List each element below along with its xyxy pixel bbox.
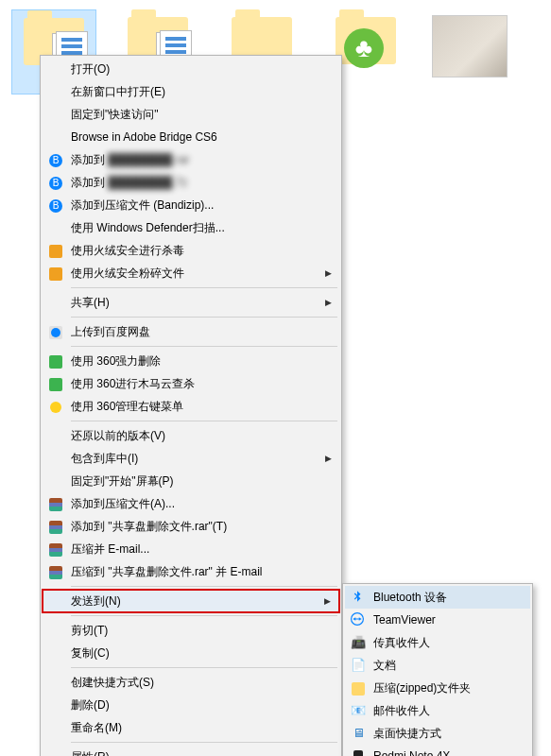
menu-pin-start[interactable]: 固定到"开始"屏幕(P) — [43, 470, 339, 492]
submenu-documents-label: 文档 — [373, 658, 396, 674]
desktop-icon: 🖥 — [351, 726, 366, 741]
menu-add-to-1[interactable]: B 添加到 ████████.rar — [43, 148, 339, 171]
submenu-redmi[interactable]: Redmi Note 4X — [345, 745, 530, 756]
menu-rar-email-label: 压缩并 E-mail... — [71, 541, 149, 558]
menu-rar-email2[interactable]: 压缩到 "共享盘删除文件.rar" 并 E-mail — [43, 560, 339, 583]
menu-send-to-label: 发送到(N) — [71, 593, 121, 610]
menu-cut-label: 剪切(T) — [71, 623, 108, 639]
submenu-teamviewer[interactable]: TeamViewer — [345, 609, 530, 631]
submenu-documents[interactable]: 📄 文档 — [345, 654, 530, 677]
winrar-icon — [48, 496, 63, 511]
menu-copy-label: 复制(C) — [71, 645, 110, 662]
menu-properties[interactable]: 属性(R) — [43, 746, 339, 756]
menu-360-delete-label: 使用 360强力删除 — [71, 353, 161, 369]
menu-rar-add-t[interactable]: 添加到 "共享盘删除文件.rar"(T) — [43, 515, 339, 538]
menu-restore-previous-label: 还原以前的版本(V) — [71, 428, 165, 444]
menu-360-scan[interactable]: 使用 360进行木马云查杀 — [43, 372, 339, 395]
winrar-icon — [48, 541, 63, 557]
menu-defender-scan-label: 使用 Windows Defender扫描... — [71, 220, 225, 236]
photo-thumbnail[interactable] — [427, 9, 512, 94]
menu-share-label: 共享(H) — [71, 295, 110, 311]
menu-rar-email2-label: 压缩到 "共享盘删除文件.rar" 并 E-mail — [71, 564, 263, 580]
menu-defender-scan[interactable]: 使用 Windows Defender扫描... — [43, 216, 339, 239]
huorong-icon — [48, 243, 63, 258]
bandizip-icon: B — [48, 198, 63, 213]
menu-rename-label: 重命名(M) — [71, 720, 122, 736]
submenu-desktop-shortcut-label: 桌面快捷方式 — [373, 726, 441, 742]
baidu-cloud-icon — [48, 324, 63, 339]
360-ball-icon — [48, 399, 63, 414]
mail-icon: 📧 — [351, 703, 366, 718]
menu-rar-add-a[interactable]: 添加到压缩文件(A)... — [43, 492, 339, 515]
menu-360-context-label: 使用 360管理右键菜单 — [71, 399, 183, 415]
menu-restore-previous[interactable]: 还原以前的版本(V) — [43, 424, 339, 447]
360-shield-icon — [48, 376, 63, 391]
menu-360-delete[interactable]: 使用 360强力删除 — [43, 350, 339, 372]
menu-add-to-1-label: 添加到 ████████.rar — [71, 152, 189, 168]
submenu-fax-label: 传真收件人 — [373, 635, 430, 651]
submenu-zipped[interactable]: 压缩(zipped)文件夹 — [345, 677, 530, 699]
phone-icon — [351, 748, 366, 756]
menu-separator — [71, 667, 337, 668]
menu-copy[interactable]: 复制(C) — [43, 642, 339, 664]
menu-open[interactable]: 打开(O) — [43, 58, 339, 80]
fax-icon: 📠 — [351, 635, 366, 650]
submenu-redmi-label: Redmi Note 4X — [373, 749, 450, 756]
menu-rar-email[interactable]: 压缩并 E-mail... — [43, 538, 339, 560]
context-menu-main: 打开(O) 在新窗口中打开(E) 固定到"快速访问" Browse in Ado… — [40, 55, 342, 756]
submenu-desktop-shortcut[interactable]: 🖥 桌面快捷方式 — [345, 722, 530, 745]
green-badge-icon: ♣ — [344, 28, 384, 68]
winrar-icon — [48, 564, 63, 579]
submenu-zipped-label: 压缩(zipped)文件夹 — [373, 680, 471, 696]
menu-huorong-shred[interactable]: 使用火绒安全粉碎文件 ▶ — [43, 262, 339, 284]
chevron-right-icon: ▶ — [324, 596, 331, 606]
menu-separator — [71, 615, 337, 616]
desktop-background: ♣ 打开(O) 在新窗口中打开(E) 固定到"快速访问" Browse in A… — [0, 0, 551, 756]
menu-huorong-scan[interactable]: 使用火绒安全进行杀毒 — [43, 239, 339, 262]
menu-open-new-window[interactable]: 在新窗口中打开(E) — [43, 80, 339, 103]
huorong-icon — [48, 266, 63, 281]
menu-cut[interactable]: 剪切(T) — [43, 619, 339, 642]
chevron-right-icon: ▶ — [325, 298, 332, 307]
menu-properties-label: 属性(R) — [71, 749, 110, 757]
menu-upload-baidu-label: 上传到百度网盘 — [71, 324, 150, 340]
menu-browse-bridge[interactable]: Browse in Adobe Bridge CS6 — [43, 126, 339, 148]
menu-delete[interactable]: 删除(D) — [43, 694, 339, 716]
winrar-icon — [48, 519, 63, 534]
bandizip-icon: B — [48, 152, 63, 167]
menu-rename[interactable]: 重命名(M) — [43, 716, 339, 739]
menu-pin-quick-access[interactable]: 固定到"快速访问" — [43, 103, 339, 126]
menu-pin-start-label: 固定到"开始"屏幕(P) — [71, 473, 174, 490]
submenu-mail[interactable]: 📧 邮件收件人 — [345, 699, 530, 722]
menu-rar-add-a-label: 添加到压缩文件(A)... — [71, 496, 175, 512]
menu-rar-add-t-label: 添加到 "共享盘删除文件.rar"(T) — [71, 519, 227, 535]
menu-add-to-bandizip[interactable]: B 添加到压缩文件 (Bandizip)... — [43, 194, 339, 216]
menu-360-context[interactable]: 使用 360管理右键菜单 — [43, 395, 339, 418]
menu-send-to[interactable]: 发送到(N) ▶ — [42, 589, 340, 613]
bandizip-icon: B — [48, 175, 63, 190]
chevron-right-icon: ▶ — [325, 454, 332, 463]
menu-upload-baidu[interactable]: 上传到百度网盘 — [43, 320, 339, 343]
menu-separator — [71, 287, 337, 288]
menu-create-shortcut[interactable]: 创建快捷方式(S) — [43, 671, 339, 694]
menu-share[interactable]: 共享(H) ▶ — [43, 291, 339, 314]
document-icon: 📄 — [351, 658, 366, 673]
submenu-fax[interactable]: 📠 传真收件人 — [345, 631, 530, 654]
menu-include-in-library-label: 包含到库中(I) — [71, 451, 138, 467]
teamviewer-icon — [351, 612, 366, 627]
menu-open-new-window-label: 在新窗口中打开(E) — [71, 84, 165, 100]
menu-separator — [71, 346, 337, 347]
menu-include-in-library[interactable]: 包含到库中(I) ▶ — [43, 447, 339, 470]
menu-separator — [71, 317, 337, 318]
menu-add-to-2[interactable]: B 添加到 ████████.7z — [43, 171, 339, 194]
zip-folder-icon — [351, 680, 366, 696]
chevron-right-icon: ▶ — [325, 268, 332, 278]
menu-delete-label: 删除(D) — [71, 697, 110, 713]
submenu-mail-label: 邮件收件人 — [373, 703, 430, 719]
360-trash-icon — [48, 353, 63, 369]
submenu-bluetooth[interactable]: Bluetooth 设备 — [345, 586, 530, 609]
bluetooth-icon — [351, 590, 366, 605]
menu-separator — [71, 586, 337, 587]
submenu-bluetooth-label: Bluetooth 设备 — [373, 590, 447, 606]
menu-separator — [71, 742, 337, 743]
